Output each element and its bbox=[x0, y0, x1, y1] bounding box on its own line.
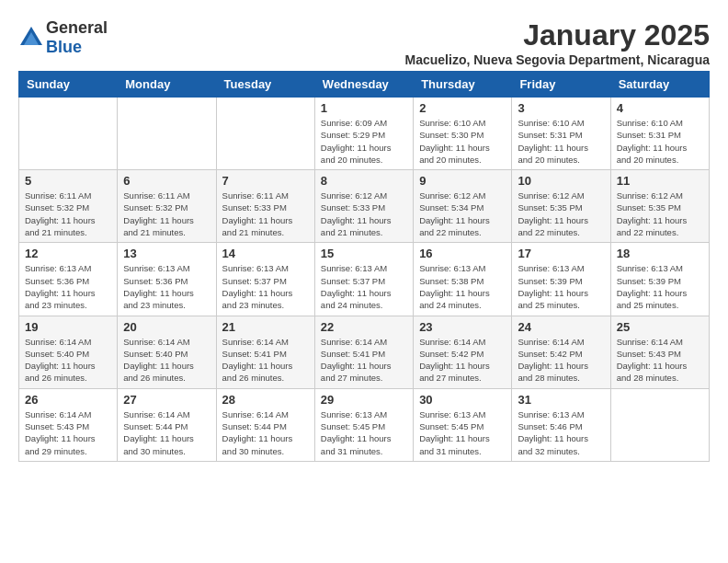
day-info: Sunrise: 6:10 AM Sunset: 5:31 PM Dayligh… bbox=[617, 117, 703, 166]
day-info: Sunrise: 6:13 AM Sunset: 5:45 PM Dayligh… bbox=[419, 408, 506, 457]
calendar-cell bbox=[19, 98, 118, 170]
day-info: Sunrise: 6:10 AM Sunset: 5:31 PM Dayligh… bbox=[518, 117, 604, 166]
calendar-cell bbox=[610, 388, 709, 461]
day-info: Sunrise: 6:11 AM Sunset: 5:33 PM Dayligh… bbox=[222, 190, 309, 238]
day-info: Sunrise: 6:13 AM Sunset: 5:46 PM Dayligh… bbox=[518, 408, 604, 457]
calendar-cell: 6Sunrise: 6:11 AM Sunset: 5:32 PM Daylig… bbox=[118, 170, 216, 243]
calendar-cell: 23Sunrise: 6:14 AM Sunset: 5:42 PM Dayli… bbox=[414, 316, 512, 388]
calendar-cell: 11Sunrise: 6:12 AM Sunset: 5:35 PM Dayli… bbox=[610, 170, 709, 243]
logo-text-general: General bbox=[46, 18, 108, 37]
day-number: 7 bbox=[222, 174, 309, 188]
day-of-week-header: Monday bbox=[118, 72, 216, 98]
calendar-cell: 15Sunrise: 6:13 AM Sunset: 5:37 PM Dayli… bbox=[314, 243, 413, 316]
calendar-cell: 9Sunrise: 6:12 AM Sunset: 5:34 PM Daylig… bbox=[414, 170, 512, 243]
calendar-cell: 19Sunrise: 6:14 AM Sunset: 5:40 PM Dayli… bbox=[19, 316, 118, 388]
calendar-week-row: 19Sunrise: 6:14 AM Sunset: 5:40 PM Dayli… bbox=[19, 316, 710, 388]
calendar-cell: 14Sunrise: 6:13 AM Sunset: 5:37 PM Dayli… bbox=[216, 243, 314, 316]
calendar-cell: 5Sunrise: 6:11 AM Sunset: 5:32 PM Daylig… bbox=[19, 170, 118, 243]
title-area: January 2025 Macuelizo, Nueva Segovia De… bbox=[405, 18, 710, 67]
calendar-cell: 24Sunrise: 6:14 AM Sunset: 5:42 PM Dayli… bbox=[512, 316, 610, 388]
calendar-cell: 13Sunrise: 6:13 AM Sunset: 5:36 PM Dayli… bbox=[118, 243, 216, 316]
calendar-cell: 2Sunrise: 6:10 AM Sunset: 5:30 PM Daylig… bbox=[414, 98, 512, 170]
calendar-cell: 12Sunrise: 6:13 AM Sunset: 5:36 PM Dayli… bbox=[19, 243, 118, 316]
calendar-cell: 30Sunrise: 6:13 AM Sunset: 5:45 PM Dayli… bbox=[414, 388, 512, 461]
calendar-cell: 1Sunrise: 6:09 AM Sunset: 5:29 PM Daylig… bbox=[314, 98, 413, 170]
day-number: 1 bbox=[321, 101, 407, 115]
day-number: 8 bbox=[321, 174, 407, 188]
day-number: 20 bbox=[123, 320, 210, 334]
day-of-week-header: Friday bbox=[512, 72, 610, 98]
day-number: 3 bbox=[518, 101, 604, 115]
day-number: 25 bbox=[617, 320, 703, 334]
calendar-cell: 26Sunrise: 6:14 AM Sunset: 5:43 PM Dayli… bbox=[19, 388, 118, 461]
day-info: Sunrise: 6:14 AM Sunset: 5:40 PM Dayligh… bbox=[25, 336, 111, 385]
day-info: Sunrise: 6:14 AM Sunset: 5:43 PM Dayligh… bbox=[25, 408, 111, 457]
day-info: Sunrise: 6:14 AM Sunset: 5:41 PM Dayligh… bbox=[321, 336, 407, 385]
day-info: Sunrise: 6:12 AM Sunset: 5:34 PM Dayligh… bbox=[419, 190, 506, 238]
day-info: Sunrise: 6:13 AM Sunset: 5:39 PM Dayligh… bbox=[617, 262, 703, 311]
calendar-week-row: 1Sunrise: 6:09 AM Sunset: 5:29 PM Daylig… bbox=[19, 98, 710, 170]
calendar-cell: 27Sunrise: 6:14 AM Sunset: 5:44 PM Dayli… bbox=[118, 388, 216, 461]
day-info: Sunrise: 6:12 AM Sunset: 5:35 PM Dayligh… bbox=[617, 190, 703, 238]
day-number: 29 bbox=[321, 393, 407, 407]
calendar-cell: 21Sunrise: 6:14 AM Sunset: 5:41 PM Dayli… bbox=[216, 316, 314, 388]
day-info: Sunrise: 6:14 AM Sunset: 5:43 PM Dayligh… bbox=[617, 336, 703, 385]
day-number: 6 bbox=[123, 174, 210, 188]
day-info: Sunrise: 6:13 AM Sunset: 5:38 PM Dayligh… bbox=[419, 262, 506, 311]
day-number: 30 bbox=[419, 393, 506, 407]
day-info: Sunrise: 6:12 AM Sunset: 5:35 PM Dayligh… bbox=[518, 190, 604, 238]
day-of-week-header: Wednesday bbox=[314, 72, 413, 98]
day-info: Sunrise: 6:14 AM Sunset: 5:40 PM Dayligh… bbox=[123, 336, 210, 385]
day-info: Sunrise: 6:14 AM Sunset: 5:41 PM Dayligh… bbox=[222, 336, 309, 385]
calendar-header-row: SundayMondayTuesdayWednesdayThursdayFrid… bbox=[19, 72, 710, 98]
day-info: Sunrise: 6:13 AM Sunset: 5:36 PM Dayligh… bbox=[123, 262, 210, 311]
day-info: Sunrise: 6:14 AM Sunset: 5:42 PM Dayligh… bbox=[419, 336, 506, 385]
calendar-cell: 31Sunrise: 6:13 AM Sunset: 5:46 PM Dayli… bbox=[512, 388, 610, 461]
day-info: Sunrise: 6:14 AM Sunset: 5:44 PM Dayligh… bbox=[123, 408, 210, 457]
day-number: 10 bbox=[518, 174, 604, 188]
calendar-week-row: 26Sunrise: 6:14 AM Sunset: 5:43 PM Dayli… bbox=[19, 388, 710, 461]
subtitle: Macuelizo, Nueva Segovia Department, Nic… bbox=[405, 52, 710, 67]
day-number: 21 bbox=[222, 320, 309, 334]
calendar-cell bbox=[118, 98, 216, 170]
calendar-cell: 17Sunrise: 6:13 AM Sunset: 5:39 PM Dayli… bbox=[512, 243, 610, 316]
day-info: Sunrise: 6:13 AM Sunset: 5:36 PM Dayligh… bbox=[25, 262, 111, 311]
day-info: Sunrise: 6:10 AM Sunset: 5:30 PM Dayligh… bbox=[419, 117, 506, 166]
day-info: Sunrise: 6:09 AM Sunset: 5:29 PM Dayligh… bbox=[321, 117, 407, 166]
day-number: 2 bbox=[419, 101, 506, 115]
day-number: 28 bbox=[222, 393, 309, 407]
calendar-cell: 28Sunrise: 6:14 AM Sunset: 5:44 PM Dayli… bbox=[216, 388, 314, 461]
month-title: January 2025 bbox=[405, 18, 710, 52]
logo-text-blue: Blue bbox=[46, 38, 82, 56]
day-number: 31 bbox=[518, 393, 604, 407]
day-info: Sunrise: 6:13 AM Sunset: 5:37 PM Dayligh… bbox=[222, 262, 309, 311]
day-number: 24 bbox=[518, 320, 604, 334]
logo-icon bbox=[18, 25, 44, 51]
day-number: 16 bbox=[419, 247, 506, 260]
day-info: Sunrise: 6:13 AM Sunset: 5:39 PM Dayligh… bbox=[518, 262, 604, 311]
logo: General Blue bbox=[18, 18, 108, 57]
day-info: Sunrise: 6:11 AM Sunset: 5:32 PM Dayligh… bbox=[123, 190, 210, 238]
day-number: 17 bbox=[518, 247, 604, 260]
day-info: Sunrise: 6:12 AM Sunset: 5:33 PM Dayligh… bbox=[321, 190, 407, 238]
calendar-cell: 22Sunrise: 6:14 AM Sunset: 5:41 PM Dayli… bbox=[314, 316, 413, 388]
day-number: 18 bbox=[617, 247, 703, 260]
calendar-cell: 7Sunrise: 6:11 AM Sunset: 5:33 PM Daylig… bbox=[216, 170, 314, 243]
calendar-cell: 20Sunrise: 6:14 AM Sunset: 5:40 PM Dayli… bbox=[118, 316, 216, 388]
calendar-week-row: 12Sunrise: 6:13 AM Sunset: 5:36 PM Dayli… bbox=[19, 243, 710, 316]
day-of-week-header: Sunday bbox=[19, 72, 118, 98]
calendar-cell: 18Sunrise: 6:13 AM Sunset: 5:39 PM Dayli… bbox=[610, 243, 709, 316]
day-number: 4 bbox=[617, 101, 703, 115]
day-info: Sunrise: 6:11 AM Sunset: 5:32 PM Dayligh… bbox=[25, 190, 111, 238]
calendar: SundayMondayTuesdayWednesdayThursdayFrid… bbox=[18, 71, 710, 462]
calendar-cell: 16Sunrise: 6:13 AM Sunset: 5:38 PM Dayli… bbox=[414, 243, 512, 316]
day-number: 15 bbox=[321, 247, 407, 260]
day-number: 23 bbox=[419, 320, 506, 334]
calendar-cell: 25Sunrise: 6:14 AM Sunset: 5:43 PM Dayli… bbox=[610, 316, 709, 388]
day-info: Sunrise: 6:14 AM Sunset: 5:42 PM Dayligh… bbox=[518, 336, 604, 385]
day-number: 14 bbox=[222, 247, 309, 260]
day-number: 9 bbox=[419, 174, 506, 188]
calendar-cell: 3Sunrise: 6:10 AM Sunset: 5:31 PM Daylig… bbox=[512, 98, 610, 170]
day-number: 22 bbox=[321, 320, 407, 334]
day-number: 19 bbox=[25, 320, 111, 334]
